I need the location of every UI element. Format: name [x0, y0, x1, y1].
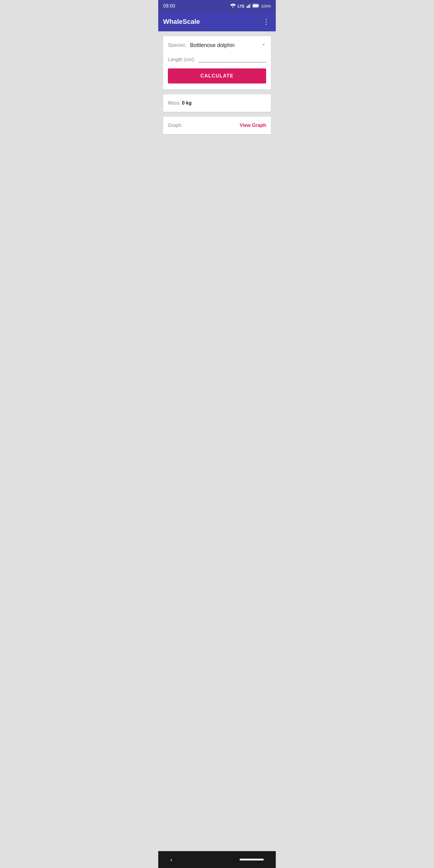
lte-label: LTE: [238, 4, 245, 8]
battery-icon: [253, 4, 259, 8]
status-time: 09:00: [163, 3, 175, 9]
view-graph-label: View Graph: [240, 123, 266, 128]
view-graph-button[interactable]: View Graph: [240, 123, 266, 128]
app-bar: WhaleScale ⋮: [158, 12, 276, 31]
input-card: Species: Bottlenose dolphin Blue whale H…: [163, 36, 271, 90]
mass-card: Mass: 0 kg: [163, 94, 271, 112]
svg-rect-2: [249, 4, 250, 7]
graph-label: Graph:: [168, 123, 183, 128]
app-title: WhaleScale: [163, 18, 200, 26]
back-icon: ‹: [170, 856, 173, 863]
more-vert-icon: ⋮: [262, 18, 270, 26]
length-row: Length (cm):: [168, 54, 266, 62]
calculate-label: CALCULATE: [200, 73, 234, 79]
back-button[interactable]: ‹: [170, 856, 173, 863]
nav-bar: ‹: [158, 851, 276, 868]
length-label: Length (cm):: [168, 57, 195, 62]
svg-rect-3: [250, 4, 250, 8]
wifi-icon: [230, 4, 236, 9]
mass-value: 0 kg: [182, 100, 192, 106]
battery-percentage: 100%: [261, 4, 271, 8]
main-content: Species: Bottlenose dolphin Blue whale H…: [158, 31, 276, 851]
home-indicator[interactable]: [240, 859, 264, 861]
species-select[interactable]: Bottlenose dolphin Blue whale Humpback w…: [190, 42, 266, 48]
calculate-button[interactable]: CALCULATE: [168, 68, 266, 84]
species-row: Species: Bottlenose dolphin Blue whale H…: [168, 42, 266, 48]
menu-button[interactable]: ⋮: [261, 16, 271, 27]
status-icons: LTE 100%: [230, 4, 271, 9]
species-select-wrapper[interactable]: Bottlenose dolphin Blue whale Humpback w…: [190, 42, 266, 48]
signal-icon: [247, 4, 251, 9]
species-label: Species:: [168, 42, 186, 48]
length-input[interactable]: [198, 54, 266, 62]
svg-rect-1: [248, 5, 249, 7]
mass-label: Mass:: [168, 100, 181, 106]
svg-rect-0: [247, 6, 247, 8]
svg-rect-6: [258, 5, 259, 7]
status-bar: 09:00 LTE 100%: [158, 0, 276, 12]
svg-rect-5: [253, 4, 258, 7]
graph-card: Graph: View Graph: [163, 117, 271, 134]
